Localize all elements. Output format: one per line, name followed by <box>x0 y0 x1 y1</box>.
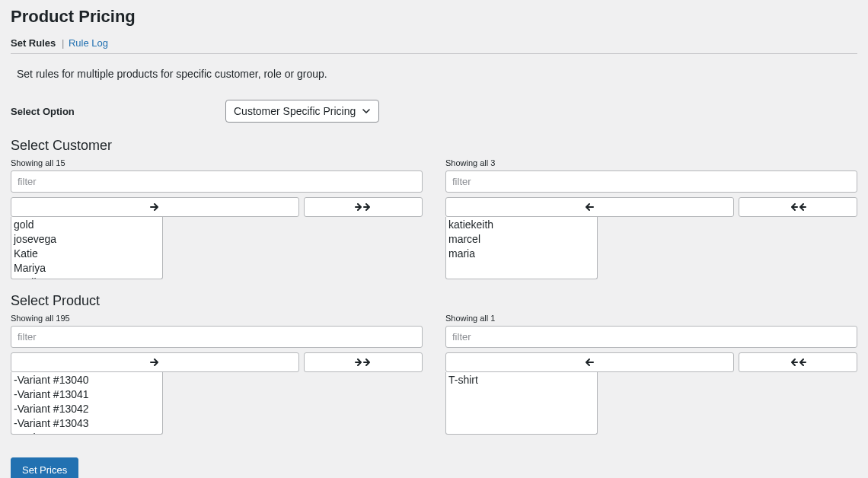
tab-separator: | <box>60 37 65 49</box>
intro-text: Set rules for multiple products for spec… <box>17 68 857 80</box>
product-right-filter-input[interactable] <box>445 326 857 348</box>
list-item[interactable]: -Variant #13565 <box>14 431 160 435</box>
list-item[interactable]: katiekeith <box>448 218 595 232</box>
product-left-panel: Showing all 195 <box>11 314 423 435</box>
select-customer-heading: Select Customer <box>11 138 857 154</box>
list-item[interactable]: -Variant #13043 <box>14 416 160 431</box>
customer-move-all-right-button[interactable] <box>304 197 423 217</box>
product-move-left-button[interactable] <box>445 352 734 372</box>
list-item[interactable]: -Variant #13040 <box>14 373 160 387</box>
list-item[interactable]: Katie <box>14 247 160 261</box>
customer-right-listbox[interactable]: katiekeithmarcelmaria <box>445 217 598 279</box>
customer-move-right-button[interactable] <box>11 197 299 217</box>
customer-right-count: Showing all 3 <box>445 158 857 167</box>
product-move-all-right-button[interactable] <box>304 352 423 372</box>
select-product-heading: Select Product <box>11 293 857 309</box>
tab-rule-log[interactable]: Rule Log <box>69 37 110 49</box>
product-move-right-button[interactable] <box>11 352 299 372</box>
list-item[interactable]: -Variant #13041 <box>14 387 160 402</box>
product-left-listbox[interactable]: -Variant #13040-Variant #13041-Variant #… <box>11 372 163 435</box>
chevron-down-icon <box>362 107 371 116</box>
double-arrow-right-icon <box>355 358 372 366</box>
arrow-right-icon <box>150 358 159 366</box>
double-arrow-right-icon <box>355 203 372 211</box>
product-left-filter-input[interactable] <box>11 326 423 348</box>
select-option-label: Select Option <box>11 106 225 117</box>
product-right-panel: Showing all 1 <box>445 314 857 435</box>
pricing-mode-select[interactable]: Customer Specific Pricing <box>225 100 379 123</box>
pricing-mode-selected: Customer Specific Pricing <box>234 105 356 117</box>
tab-set-rules[interactable]: Set Rules <box>11 37 57 49</box>
list-item[interactable]: josevega <box>14 232 160 247</box>
list-item[interactable]: maria <box>448 247 595 261</box>
double-arrow-left-icon <box>790 203 806 211</box>
list-item[interactable]: -Variant #13042 <box>14 402 160 416</box>
list-item[interactable]: gold <box>14 218 160 232</box>
arrow-right-icon <box>150 203 159 211</box>
customer-right-panel: Showing all 3 <box>445 158 857 279</box>
customer-left-filter-input[interactable] <box>11 170 423 193</box>
product-right-listbox[interactable]: T-shirt <box>445 372 598 435</box>
list-item[interactable]: Mariya <box>14 261 160 276</box>
customer-left-listbox[interactable]: goldjosevegaKatieMariyapaulhouserrobby <box>11 217 163 279</box>
arrow-left-icon <box>585 358 594 366</box>
page-title: Product Pricing <box>11 7 857 27</box>
list-item[interactable]: paulhouser <box>14 276 160 279</box>
double-arrow-left-icon <box>790 358 806 366</box>
list-item[interactable]: marcel <box>448 232 595 247</box>
product-left-count: Showing all 195 <box>11 314 423 323</box>
customer-move-left-button[interactable] <box>445 197 734 217</box>
customer-right-filter-input[interactable] <box>445 170 857 193</box>
customer-left-count: Showing all 15 <box>11 158 423 167</box>
arrow-left-icon <box>585 203 594 211</box>
customer-left-panel: Showing all 15 <box>11 158 423 279</box>
list-item[interactable]: T-shirt <box>448 373 595 387</box>
set-prices-button[interactable]: Set Prices <box>11 457 78 478</box>
tab-bar: Set Rules | Rule Log <box>11 37 857 54</box>
customer-move-all-left-button[interactable] <box>739 197 857 217</box>
product-move-all-left-button[interactable] <box>739 352 857 372</box>
product-right-count: Showing all 1 <box>445 314 857 323</box>
